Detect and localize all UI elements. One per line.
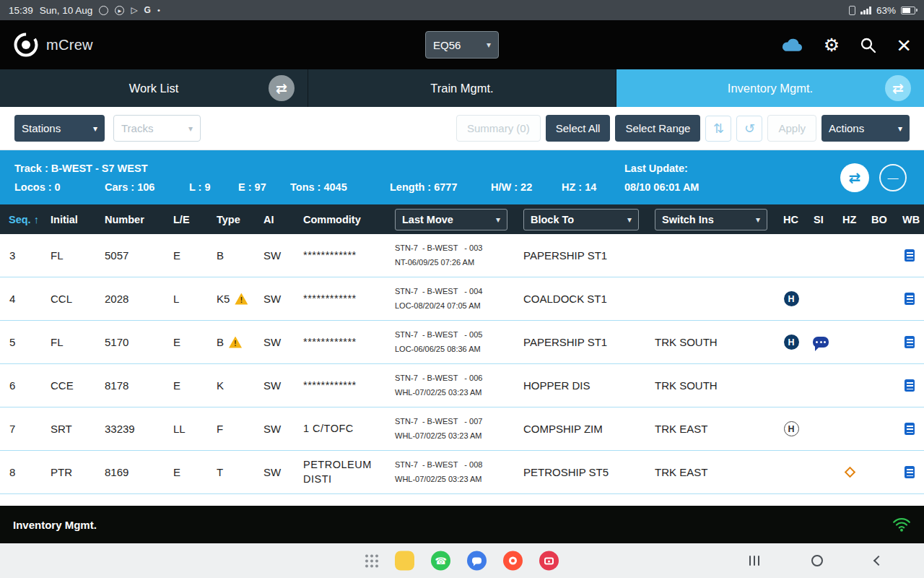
table-row[interactable]: 8 PTR 8169 E T SW PETROLEUM DISTI STN-7 …: [0, 451, 924, 494]
tracks-dropdown[interactable]: Tracks ▾: [113, 115, 201, 142]
home-button[interactable]: [811, 555, 823, 566]
app-drawer-icon[interactable]: [365, 554, 378, 567]
waybill-doc-icon[interactable]: [905, 423, 915, 435]
cell-block-to: PETROSHIP ST5: [516, 466, 648, 478]
tab-inventory-mgmt[interactable]: Inventory Mgmt. ⇄: [616, 69, 924, 107]
cell-hc: H: [776, 421, 806, 436]
stations-dropdown[interactable]: Stations ▾: [14, 115, 105, 142]
cell-hz: [835, 468, 864, 476]
column-initial: Initial: [43, 214, 97, 225]
google-app-icon: G: [144, 5, 151, 15]
summary-button[interactable]: Summary (0): [456, 115, 541, 142]
cloud-sync-icon[interactable]: [780, 37, 803, 53]
back-button[interactable]: [873, 556, 884, 566]
waybill-doc-icon[interactable]: [905, 466, 915, 478]
cell-commodity: PETROLEUM DISTI: [296, 458, 388, 486]
table-row[interactable]: 4 CCL 2028 L K5! SW ************ STN-7 -…: [0, 277, 924, 321]
cell-last-move: STN-7 - B-WEST - 005 LOC-06/06/25 08:36 …: [388, 328, 516, 357]
cell-initial: CCE: [43, 379, 97, 392]
cell-type: K: [209, 379, 256, 392]
select-all-button[interactable]: Select All: [546, 115, 611, 142]
cell-commodity: 1 C/TOFC: [296, 422, 388, 436]
cell-switch-ins: TRK SOUTH: [648, 379, 776, 392]
train-selector-dropdown[interactable]: EQ56 ▾: [425, 31, 499, 59]
apply-button[interactable]: Apply: [767, 115, 816, 142]
table-row[interactable]: 6 CCE 8178 E K SW ************ STN-7 - B…: [0, 364, 924, 407]
collapse-minus-icon[interactable]: —: [879, 164, 907, 191]
swap-track-icon[interactable]: ⇄: [840, 163, 869, 192]
search-icon[interactable]: [860, 37, 876, 53]
comment-bubble-icon[interactable]: [813, 337, 829, 348]
table-header: Seq. ↑ Initial Number L/E Type AI Commod…: [0, 204, 924, 234]
cell-ai: SW: [256, 336, 296, 348]
column-commodity: Commodity: [296, 214, 388, 225]
cell-ai: SW: [256, 379, 296, 392]
cell-number: 5057: [97, 249, 166, 262]
browser-app-icon[interactable]: [503, 551, 523, 571]
swap-icon[interactable]: ⇄: [269, 75, 295, 101]
tab-inventory-mgmt-label: Inventory Mgmt.: [728, 82, 813, 95]
cell-initial: CCL: [43, 293, 97, 305]
recents-button[interactable]: [749, 556, 760, 566]
cell-block-to: HOPPER DIS: [516, 379, 648, 392]
last-move-filter-dropdown[interactable]: Last Move ▾: [395, 209, 507, 230]
app-header: mCrew EQ56 ▾ ⚙ ×: [0, 20, 924, 69]
sort-up-icon: ↑: [34, 214, 39, 225]
cell-ai: SW: [256, 423, 296, 435]
table-empty-space: [0, 494, 924, 506]
signal-bars-icon: [860, 7, 871, 14]
switch-ins-filter-dropdown[interactable]: Switch Ins ▾: [655, 209, 767, 230]
cell-hc: H: [776, 291, 806, 306]
cell-initial: PTR: [43, 466, 97, 478]
column-ai: AI: [256, 214, 296, 225]
table-row[interactable]: 3 FL 5057 E B SW ************ STN-7 - B-…: [0, 234, 924, 277]
column-wb: WB: [895, 214, 924, 225]
cell-commodity: ************: [296, 292, 388, 306]
cell-initial: FL: [43, 336, 97, 348]
undo-button[interactable]: ↺: [736, 116, 762, 142]
cell-number: 33239: [97, 423, 166, 435]
alarm-icon: [99, 6, 108, 15]
stat-hz: HZ : 14: [562, 181, 624, 193]
stat-empties: E : 97: [238, 181, 290, 193]
cell-type: T: [209, 466, 256, 478]
column-hc: HC: [776, 214, 806, 225]
waybill-doc-icon[interactable]: [905, 293, 915, 305]
settings-gear-icon[interactable]: ⚙: [824, 36, 840, 54]
warning-icon: !: [229, 337, 242, 348]
tab-train-mgmt[interactable]: Train Mgmt.: [308, 69, 616, 107]
cell-last-move: STN-7 - B-WEST - 003 NT-06/09/25 07:26 A…: [388, 241, 516, 270]
messages-app-icon[interactable]: [467, 551, 487, 571]
play-store-icon: ▷: [131, 5, 137, 15]
folder-app-icon[interactable]: [395, 551, 414, 571]
block-to-filter-dropdown[interactable]: Block To ▾: [523, 209, 639, 230]
waybill-doc-icon[interactable]: [905, 379, 915, 392]
phone-app-icon[interactable]: ☎: [431, 551, 450, 571]
cell-seq: 7: [0, 423, 43, 435]
actions-dropdown[interactable]: Actions ▾: [821, 115, 910, 142]
track-info-bar: Track : B-WEST - S7 WEST Last Update: Lo…: [0, 150, 924, 204]
table-row[interactable]: 5 FL 5170 E B! SW ************ STN-7 - B…: [0, 321, 924, 364]
select-range-button[interactable]: Select Range: [615, 115, 700, 142]
chevron-down-icon: ▾: [188, 124, 193, 134]
cell-seq: 5: [0, 336, 43, 348]
camera-app-icon[interactable]: [539, 551, 559, 571]
track-summary: Track : B-WEST - S7 WEST: [14, 163, 624, 174]
sync-button[interactable]: ⇅: [705, 116, 731, 142]
waybill-doc-icon[interactable]: [905, 336, 915, 348]
main-tab-bar: Work List ⇄ Train Mgmt. Inventory Mgmt. …: [0, 69, 924, 107]
column-seq-sort[interactable]: Seq. ↑: [0, 214, 43, 225]
cell-switch-ins: TRK EAST: [648, 466, 776, 478]
cell-type: B!: [209, 336, 256, 348]
cell-le: E: [166, 379, 209, 392]
close-icon[interactable]: ×: [897, 33, 911, 57]
swap-icon[interactable]: ⇄: [885, 75, 911, 101]
chevron-down-icon: ▾: [496, 215, 500, 225]
column-type: Type: [209, 214, 256, 225]
tab-work-list[interactable]: Work List ⇄: [0, 69, 308, 107]
cell-commodity: ************: [296, 249, 388, 263]
waybill-doc-icon[interactable]: [905, 249, 915, 262]
table-row[interactable]: 7 SRT 33239 LL F SW 1 C/TOFC STN-7 - B-W…: [0, 407, 924, 451]
cell-ai: SW: [256, 249, 296, 262]
track-label: Track :: [14, 163, 48, 174]
